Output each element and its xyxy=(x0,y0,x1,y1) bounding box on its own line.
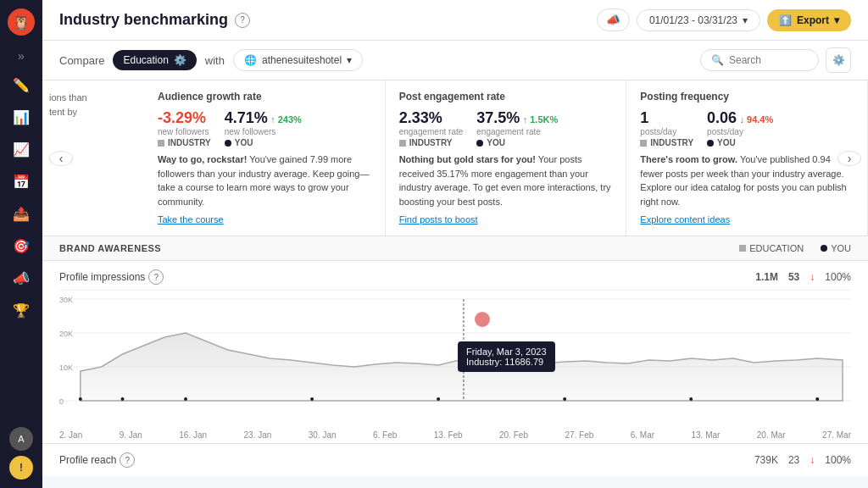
x-label-6: 13. Feb xyxy=(434,430,463,440)
metrics-next-button[interactable]: › xyxy=(837,151,861,166)
sidebar-icon-publish[interactable]: 📤 xyxy=(6,200,36,227)
profile-reach-industry-value: 739K xyxy=(754,454,778,466)
sidebar-icon-streams[interactable]: 🎯 xyxy=(6,232,36,259)
x-label-4: 30. Jan xyxy=(309,430,337,440)
audience-growth-card: Audience growth rate -3.29% new follower… xyxy=(144,80,386,236)
audience-link[interactable]: Take the course xyxy=(158,214,224,225)
svg-point-12 xyxy=(437,397,440,401)
svg-text:0: 0 xyxy=(59,397,64,406)
audience-growth-title: Audience growth rate xyxy=(158,91,371,103)
brand-awareness-title: BRAND AWARENESS xyxy=(59,243,161,253)
page-title: Industry benchmarking xyxy=(59,11,228,29)
logo[interactable]: 🦉 xyxy=(8,8,35,36)
engagement-industry-tag: INDUSTRY xyxy=(409,138,453,147)
audience-you-change: ↑ 243% xyxy=(270,114,302,125)
svg-point-9 xyxy=(121,397,125,401)
compare-label: Compare xyxy=(59,54,104,67)
profile-reach-text: Profile reach xyxy=(59,454,116,466)
x-label-2: 16. Jan xyxy=(179,430,207,440)
sidebar-avatar[interactable]: A xyxy=(9,427,33,451)
metrics-prev-button[interactable]: ‹ xyxy=(49,151,73,166)
svg-point-11 xyxy=(310,397,314,401)
engagement-you-num: 37.5% xyxy=(476,109,520,126)
posting-you-value: 0.06 ↓ 94.4% posts/day YOU xyxy=(707,109,773,147)
sidebar-collapse-btn[interactable]: » xyxy=(14,46,28,66)
posting-you-num: 0.06 xyxy=(707,109,737,126)
search-area: 🔍 ⚙️ xyxy=(700,47,851,73)
audience-industry-value: -3.29% new followers INDUSTRY xyxy=(158,109,211,147)
sidebar-icon-campaigns[interactable]: 📣 xyxy=(6,264,36,291)
account-name: athenesuiteshotel xyxy=(262,54,342,66)
brand-awareness-section-header: BRAND AWARENESS EDUCATION YOU xyxy=(42,236,868,261)
megaphone-button[interactable]: 📣 xyxy=(597,8,630,31)
engagement-desc: Nothing but gold stars for you! Your pos… xyxy=(399,152,613,208)
engagement-you-indicator: YOU xyxy=(476,138,558,147)
profile-impressions-you-value: 53 xyxy=(788,271,799,283)
help-icon[interactable]: ? xyxy=(235,13,250,28)
audience-desc-bold: Way to go, rockstar! xyxy=(158,154,247,164)
sidebar-icon-analytics[interactable]: 📊 xyxy=(6,103,36,130)
engagement-you-change: ↑ 1.5K% xyxy=(523,114,559,125)
you-legend: YOU xyxy=(821,243,851,253)
posting-industry-num: 1 xyxy=(640,109,648,126)
engagement-you-dot xyxy=(476,140,483,147)
search-input[interactable] xyxy=(729,54,814,66)
engagement-you-tag: YOU xyxy=(487,138,505,147)
svg-point-14 xyxy=(689,397,693,401)
x-label-10: 13. Mar xyxy=(691,430,720,440)
svg-text:20K: 20K xyxy=(59,330,73,338)
svg-text:10K: 10K xyxy=(59,363,73,372)
sidebar-icon-calendar[interactable]: 📅 xyxy=(6,168,36,195)
date-range-button[interactable]: 01/01/23 - 03/31/23 ▾ xyxy=(637,9,760,31)
posting-metric-values: 1 posts/day INDUSTRY 0.06 ↓ 94.4% posts/… xyxy=(640,109,854,147)
profile-reach-you-value: 23 xyxy=(788,454,799,466)
profile-impressions-label: Profile impressions ? xyxy=(59,269,164,285)
posting-industry-dot xyxy=(640,140,647,147)
sidebar-warning-icon[interactable]: ! xyxy=(9,456,33,480)
profile-impressions-section: Profile impressions ? 1.1M 53 ↓ 100% xyxy=(42,261,868,443)
export-button[interactable]: ⬆️ Export ▾ xyxy=(767,9,851,31)
engagement-you-value: 37.5% ↑ 1.5K% engagement rate YOU xyxy=(476,109,558,147)
profile-impressions-header: Profile impressions ? 1.1M 53 ↓ 100% xyxy=(59,261,851,291)
audience-you-sublabel: new followers xyxy=(225,127,302,136)
header: Industry benchmarking ? 📣 01/01/23 - 03/… xyxy=(42,0,868,41)
audience-industry-tag: INDUSTRY xyxy=(168,138,211,147)
audience-you-num: 4.71% xyxy=(225,109,268,126)
account-selector-button[interactable]: 🌐 athenesuiteshotel ▾ xyxy=(233,49,363,71)
profile-reach-help-icon[interactable]: ? xyxy=(120,452,135,468)
engagement-industry-sublabel: engagement rate xyxy=(399,127,464,136)
posting-link[interactable]: Explore content ideas xyxy=(640,214,730,225)
date-range-label: 01/01/23 - 03/31/23 xyxy=(649,14,737,26)
engagement-industry-value: 2.33% engagement rate INDUSTRY xyxy=(399,109,464,147)
header-right: 📣 01/01/23 - 03/31/23 ▾ ⬆️ Export ▾ xyxy=(597,8,851,31)
posting-industry-value: 1 posts/day INDUSTRY xyxy=(640,109,693,147)
sidebar-icon-compose[interactable]: ✏️ xyxy=(6,71,36,98)
profile-impressions-help-icon[interactable]: ? xyxy=(148,269,164,285)
industry-selector-button[interactable]: Education ⚙️ xyxy=(113,50,196,70)
header-left: Industry benchmarking ? xyxy=(59,11,250,29)
profile-impressions-chart: 30K 20K 10K 0 xyxy=(59,291,851,426)
x-label-3: 23. Jan xyxy=(244,430,272,440)
settings-icon[interactable]: ⚙️ xyxy=(826,47,851,73)
sidebar-icon-reports[interactable]: 📈 xyxy=(6,136,36,163)
profile-impressions-text: Profile impressions xyxy=(59,271,145,283)
content-area: ‹ ions thantent by Audience growth rate … xyxy=(42,80,868,488)
you-dot xyxy=(225,140,231,147)
education-legend: EDUCATION xyxy=(739,243,804,253)
posting-you-sublabel: posts/day xyxy=(707,127,773,136)
sidebar-icon-benchmarking[interactable]: 🏆 xyxy=(6,297,36,324)
x-label-9: 6. Mar xyxy=(631,430,654,440)
audience-industry-indicator: INDUSTRY xyxy=(158,138,211,147)
posting-you-change: ↓ 94.4% xyxy=(739,114,773,125)
svg-point-17 xyxy=(460,359,467,366)
with-label: with xyxy=(205,54,225,67)
engagement-industry-indicator: INDUSTRY xyxy=(399,138,464,147)
compare-bar: Compare Education ⚙️ with 🌐 athenesuites… xyxy=(42,41,868,80)
engagement-card: Post engagement rate 2.33% engagement ra… xyxy=(386,80,627,236)
x-label-7: 20. Feb xyxy=(499,430,528,440)
engagement-link[interactable]: Find posts to boost xyxy=(399,214,478,225)
audience-industry-sublabel: new followers xyxy=(158,127,211,136)
profile-reach-change-arrow: ↓ xyxy=(810,454,815,466)
industry-label: Education xyxy=(123,54,168,66)
audience-you-value: 4.71% ↑ 243% new followers YOU xyxy=(225,109,302,147)
